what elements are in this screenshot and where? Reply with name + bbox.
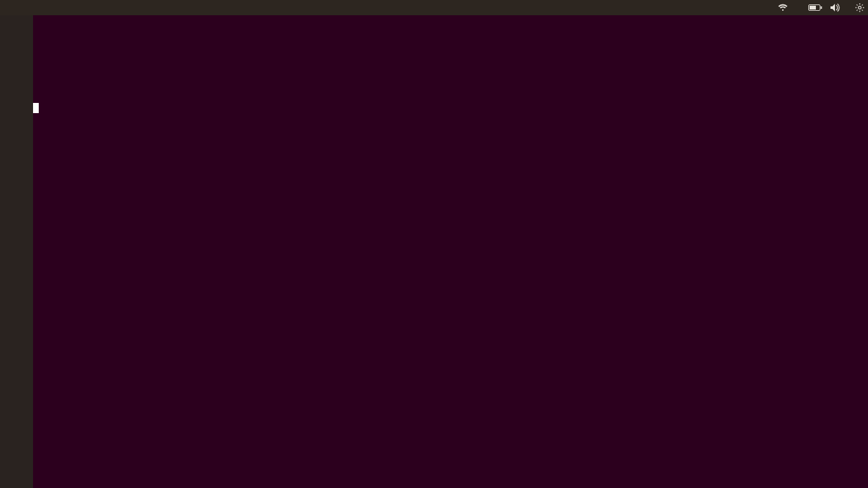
content-row bbox=[0, 15, 868, 488]
terminal-cursor-line bbox=[33, 102, 868, 113]
svg-point-3 bbox=[858, 6, 861, 9]
svg-line-10 bbox=[862, 4, 863, 6]
terminal-window[interactable] bbox=[33, 15, 868, 488]
gear-icon[interactable] bbox=[855, 3, 864, 12]
sound-icon[interactable] bbox=[830, 3, 840, 12]
unity-launcher bbox=[0, 15, 33, 488]
svg-rect-1 bbox=[821, 6, 822, 9]
battery-icon[interactable] bbox=[808, 4, 822, 11]
wifi-icon[interactable] bbox=[778, 3, 788, 12]
svg-line-8 bbox=[857, 4, 858, 6]
status-indicators bbox=[778, 3, 864, 12]
svg-line-9 bbox=[862, 10, 863, 11]
svg-rect-2 bbox=[810, 6, 816, 10]
terminal-cursor bbox=[33, 103, 39, 113]
svg-line-11 bbox=[857, 10, 858, 11]
top-menubar bbox=[0, 0, 868, 15]
